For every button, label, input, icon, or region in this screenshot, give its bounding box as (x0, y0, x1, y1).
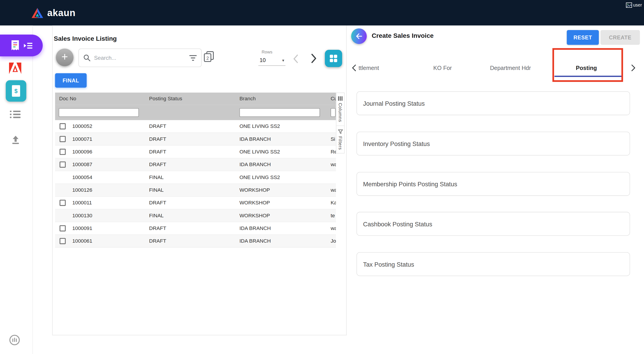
field-membership-points-posting-status[interactable]: Membership Points Posting Status (356, 172, 630, 196)
cell-posting-status: DRAFT (149, 136, 166, 142)
reset-button[interactable]: RESET (567, 30, 599, 45)
back-button[interactable] (351, 28, 367, 44)
filter-branch-input[interactable] (240, 108, 320, 117)
tabs-scroll-left-button[interactable] (352, 64, 356, 73)
field-cashbook-posting-status[interactable]: Cashbook Posting Status (356, 212, 630, 236)
cell-customer: wa (330, 225, 336, 231)
field-tax-posting-status[interactable]: Tax Posting Status (356, 252, 630, 276)
header-posting-status[interactable]: Posting Status (149, 96, 182, 102)
arrow-left-icon (355, 32, 363, 40)
cell-branch: WORKSHOP (240, 213, 270, 218)
header-branch[interactable]: Branch (240, 96, 256, 102)
cell-branch: WORKSHOP (240, 200, 270, 206)
table-row[interactable]: 1000052 DRAFT ONE LIVING SS2 (55, 120, 336, 133)
header-doc-no[interactable]: Doc No (59, 96, 76, 102)
filter-doc-no-input[interactable] (59, 108, 139, 117)
filter-list-icon[interactable] (189, 55, 197, 61)
table-row[interactable]: 1000126 FINAL WORKSHOP wa (55, 184, 336, 197)
cell-branch: WORKSHOP (240, 187, 270, 193)
tab-settlement[interactable]: ttlement (358, 65, 379, 71)
next-page-button[interactable] (310, 53, 317, 65)
sales-invoice-module-button[interactable]: $ (6, 80, 26, 102)
previous-page-button[interactable] (293, 54, 298, 65)
row-checkbox[interactable] (60, 123, 66, 129)
cell-posting-status: DRAFT (149, 123, 166, 129)
row-checkbox[interactable] (60, 149, 66, 155)
field-inventory-posting-status[interactable]: Inventory Posting Status (356, 132, 630, 155)
final-filter-button[interactable]: FINAL (55, 73, 87, 88)
table-row[interactable]: 1000096 DRAFT ONE LIVING SS2 Re (55, 145, 336, 158)
table-row[interactable]: 1000054 FINAL ONE LIVING SS2 (55, 171, 336, 184)
table-row[interactable]: 1000071 DRAFT IDA BRANCH Si (55, 133, 336, 145)
svg-text:$: $ (14, 88, 18, 94)
table-row[interactable]: 1000087 DRAFT IDA BRANCH wa (55, 158, 336, 171)
upload-button[interactable] (10, 135, 20, 146)
filters-panel-toggle[interactable]: Filters (336, 125, 344, 153)
brand-logo[interactable]: akaun (31, 7, 76, 18)
funnel-icon (338, 129, 343, 134)
bottom-circle-button[interactable] (9, 334, 20, 347)
add-invoice-button[interactable]: + (56, 48, 74, 66)
chevron-down-icon: ▾ (282, 58, 284, 63)
create-button[interactable]: CREATE (600, 30, 640, 45)
sales-invoice-listing-panel: Sales Invoice Listing + 2 Row (52, 26, 347, 335)
row-checkbox[interactable] (60, 161, 66, 167)
table-row[interactable]: 1000130 FINAL WORKSHOP te (55, 209, 336, 222)
cell-posting-status: DRAFT (149, 200, 166, 206)
rows-per-page-value: 10 (260, 57, 266, 63)
cell-customer: Si (330, 136, 335, 142)
columns-icon (338, 96, 342, 101)
table-body: 1000052 DRAFT ONE LIVING SS2 1000071 DRA… (55, 120, 336, 248)
rows-per-page-select[interactable]: Rows 10 ▾ (258, 49, 286, 66)
invoice-document-icon: $ (10, 85, 21, 97)
tabs-scroll-right-button[interactable] (631, 64, 636, 73)
cell-customer: Ka (330, 200, 336, 206)
tab-ko-for[interactable]: KO For (434, 65, 452, 71)
field-journal-posting-status[interactable]: Journal Posting Status (356, 91, 630, 115)
cell-posting-status: DRAFT (149, 225, 166, 231)
field-label: Membership Points Posting Status (363, 181, 457, 188)
columns-panel-toggle[interactable]: Columns (338, 93, 343, 125)
duplicate-pages-button[interactable]: 2 (204, 51, 214, 64)
list-icon (10, 110, 20, 118)
invoice-quick-menu-button[interactable] (0, 35, 43, 56)
tab-department-hdr[interactable]: Department Hdr (490, 65, 531, 71)
row-checkbox[interactable] (60, 238, 66, 244)
cell-posting-status: DRAFT (149, 149, 166, 154)
cell-posting-status: DRAFT (149, 238, 166, 244)
pdf-export-button[interactable] (9, 63, 22, 76)
svg-text:2: 2 (206, 56, 209, 61)
upload-icon (10, 135, 20, 145)
copy-pages-icon: 2 (204, 51, 214, 62)
listing-view-button[interactable] (10, 110, 20, 120)
table-header-row: Doc No Posting Status Branch Cu (55, 93, 336, 105)
header-customer[interactable]: Cu (330, 96, 336, 102)
row-checkbox[interactable] (60, 200, 66, 206)
row-checkbox[interactable] (60, 136, 66, 142)
chevron-right-icon (631, 64, 636, 72)
cell-branch: ONE LIVING SS2 (240, 149, 280, 154)
cell-branch: IDA BRANCH (240, 162, 271, 167)
table-row[interactable]: 1000011 DRAFT WORKSHOP Ka (55, 197, 336, 209)
filter-customer-input[interactable] (330, 108, 336, 117)
table-row[interactable]: 1000061 DRAFT IDA BRANCH Jo (55, 235, 336, 248)
field-label: Inventory Posting Status (363, 140, 430, 147)
cell-doc-no: 1000126 (72, 187, 92, 193)
cell-doc-no: 1000052 (72, 123, 92, 129)
bank-circle-icon (9, 334, 20, 346)
chevron-left-icon (352, 64, 356, 72)
chevron-right-icon (310, 53, 317, 63)
search-input[interactable] (93, 54, 187, 61)
cell-customer: wa (330, 162, 336, 167)
menu-open-icon (24, 42, 33, 49)
invoice-table: Doc No Posting Status Branch Cu 1000052 … (55, 93, 336, 248)
grid-view-button[interactable] (325, 50, 342, 67)
cell-branch: IDA BRANCH (240, 238, 271, 244)
detail-tab-bar: ttlement KO For Department Hdr Posting (347, 59, 644, 77)
tab-posting[interactable]: Posting (576, 65, 597, 71)
table-row[interactable]: 1000091 DRAFT IDA BRANCH wa (55, 222, 336, 235)
cell-customer: Re (330, 149, 336, 154)
cell-posting-status: FINAL (149, 174, 164, 180)
user-avatar[interactable]: user (626, 3, 642, 8)
row-checkbox[interactable] (60, 225, 66, 231)
